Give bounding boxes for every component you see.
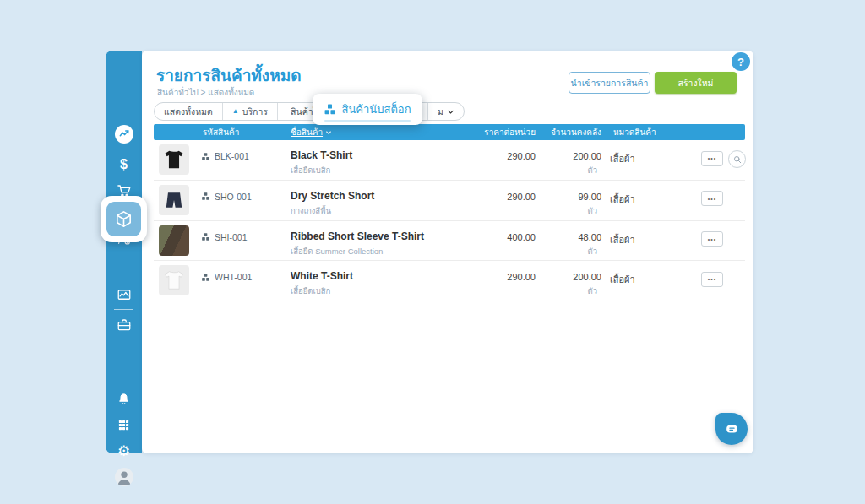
product-description: เสื้อยืดเบสิก	[291, 285, 460, 297]
stock-unit: ตัว	[536, 285, 601, 297]
help-button[interactable]: ?	[732, 52, 750, 71]
row-more-button[interactable]: •••	[701, 191, 723, 206]
sidebar-item-products[interactable]	[101, 196, 147, 242]
table-row: SHO-001 Dry Stretch Short กางเกงสีพื้น 2…	[154, 181, 745, 221]
unit-price: 290.00	[460, 261, 536, 282]
sidebar-item-apps[interactable]	[106, 419, 142, 431]
stock-quantity: 200.00	[536, 151, 601, 161]
table-row: SHI-001 Ribbed Short Sleeve T-Shirt เสื้…	[154, 221, 745, 262]
breadcrumb: สินค้าทั่วไป > แสดงทั้งหมด	[157, 86, 254, 99]
user-avatar	[115, 468, 133, 486]
sidebar-item-profile[interactable]	[106, 468, 142, 486]
product-code: BLK-001	[215, 151, 249, 161]
product-name[interactable]: Dry Stretch Short	[291, 190, 460, 202]
tab-stock-products-label: สินค้านับสต็อก	[341, 100, 411, 118]
briefcase-icon	[117, 317, 132, 333]
product-category: เสื้อผ้า	[601, 140, 696, 166]
product-description: เสื้อยืดเบสิก	[291, 164, 460, 176]
tab-services[interactable]: ▲ บริการ	[222, 103, 277, 120]
cube-icon	[114, 209, 133, 229]
chat-widget-button[interactable]	[715, 413, 748, 445]
col-header-qty: จำนวนคงคลัง	[536, 126, 601, 138]
stock-item-icon	[201, 273, 210, 282]
stock-quantity: 200.00	[536, 272, 601, 282]
stock-item-icon	[201, 232, 210, 241]
product-category: เสื้อผ้า	[601, 221, 696, 247]
product-code-cell: WHT-001	[201, 261, 291, 282]
col-header-code: รหัสสินค้า	[201, 126, 291, 138]
product-description: เสื้อยืด Summer Collection	[291, 245, 460, 257]
dollar-icon: $	[120, 157, 128, 172]
tab-more-label: ม	[438, 105, 443, 119]
products-highlight-button[interactable]	[106, 202, 141, 236]
product-name[interactable]: Ribbed Short Sleeve T-Shirt	[291, 230, 460, 242]
page-title: รายการสินค้าทั้งหมด	[156, 62, 302, 88]
tab-services-label: บริการ	[242, 105, 268, 119]
unit-price: 290.00	[460, 181, 536, 202]
stock-quantity: 99.00	[536, 192, 601, 202]
product-code-cell: BLK-001	[201, 140, 291, 161]
stock-item-icon	[201, 152, 210, 161]
product-code-cell: SHO-001	[201, 181, 291, 202]
create-new-button[interactable]: สร้างใหม่	[655, 72, 737, 94]
product-thumbnail-navy-shorts	[159, 185, 189, 215]
col-header-price: ราคาต่อหน่วย	[460, 126, 536, 138]
col-header-category: หมวดสินค้า	[601, 126, 696, 138]
stacked-boxes-icon	[324, 103, 336, 116]
sidebar-item-payroll[interactable]	[106, 317, 142, 333]
product-thumbnail-black-tshirt	[159, 144, 189, 175]
stock-unit: ตัว	[536, 204, 601, 217]
product-code: WHT-001	[215, 272, 252, 282]
stock-quantity: 48.00	[536, 232, 601, 242]
table-row: BLK-001 Black T-Shirt เสื้อยืดเบสิก 290.…	[154, 140, 745, 181]
unit-price: 290.00	[460, 140, 536, 161]
service-triangle-icon: ▲	[232, 108, 239, 115]
col-header-name[interactable]: ชื่อสินค้า	[291, 126, 460, 138]
product-name[interactable]: White T-Shirt	[291, 270, 460, 282]
stock-item-icon	[201, 192, 210, 201]
stock-unit: ตัว	[536, 164, 601, 176]
chat-bubble-icon	[724, 421, 740, 437]
bell-icon	[117, 392, 131, 406]
product-thumbnail-model-photo	[159, 225, 189, 256]
product-thumbnail-white-tshirt	[159, 265, 189, 295]
sidebar-divider	[114, 309, 133, 310]
import-products-button[interactable]: นำเข้ารายการสินค้า	[569, 72, 650, 94]
sidebar-item-settings[interactable]: ⚙	[106, 444, 142, 458]
gear-icon: ⚙	[117, 444, 130, 458]
sidebar-item-sales[interactable]: $	[106, 157, 142, 172]
product-code: SHO-001	[215, 192, 252, 202]
flowaccount-logo-icon	[115, 125, 133, 144]
unit-price: 400.00	[460, 221, 536, 242]
products-page: รายการสินค้าทั้งหมด สินค้าทั่วไป > แสดงท…	[142, 51, 753, 453]
sidebar-item-notifications[interactable]	[106, 392, 142, 406]
sidebar-item-home[interactable]	[106, 125, 142, 144]
breadcrumb-current: แสดงทั้งหมด	[208, 88, 254, 97]
row-more-button[interactable]: •••	[701, 151, 723, 166]
sidebar-item-reports[interactable]	[106, 287, 142, 302]
product-name[interactable]: Black T-Shirt	[291, 149, 460, 161]
active-tab-underline	[324, 120, 411, 122]
product-code-cell: SHI-001	[201, 221, 291, 242]
row-more-button[interactable]: •••	[701, 231, 723, 247]
breadcrumb-section[interactable]: สินค้าทั่วไป	[157, 88, 199, 97]
row-more-button[interactable]: •••	[701, 272, 723, 287]
table-row: WHT-001 White T-Shirt เสื้อยืดเบสิก 290.…	[154, 261, 745, 301]
product-description: กางเกงสีพื้น	[291, 204, 460, 217]
table-body: BLK-001 Black T-Shirt เสื้อยืดเบสิก 290.…	[154, 140, 745, 301]
table-header: รหัสสินค้า ชื่อสินค้า ราคาต่อหน่วย จำนวน…	[154, 124, 745, 140]
product-category: เสื้อผ้า	[601, 261, 696, 287]
sort-chevron-icon	[325, 129, 332, 136]
product-code: SHI-001	[215, 232, 248, 242]
product-category: เสื้อผ้า	[601, 181, 696, 207]
apps-grid-icon	[117, 419, 130, 431]
tab-show-all[interactable]: แสดงทั้งหมด	[155, 103, 222, 120]
breadcrumb-separator: >	[201, 88, 206, 97]
sidebar-nav: $ ⚙	[106, 51, 142, 453]
stock-unit: ตัว	[536, 245, 601, 257]
tab-more[interactable]: ม	[427, 103, 464, 120]
tab-stock-products-highlight[interactable]: สินค้านับสต็อก	[313, 94, 422, 125]
chevron-down-icon	[447, 108, 454, 116]
report-chart-icon	[117, 287, 132, 302]
